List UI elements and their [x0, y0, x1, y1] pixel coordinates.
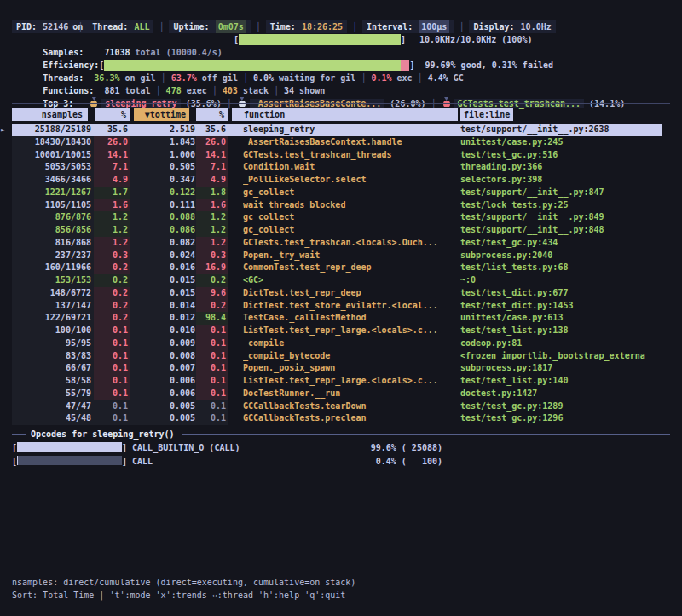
cell-pct-cumulative: 98.4 [196, 312, 228, 325]
table-row[interactable]: 148/67720.20.0159.6DictTest.test_repr_de… [12, 287, 662, 300]
cell-pct-cumulative: 0.2 [196, 274, 228, 287]
table-row[interactable]: 95/950.10.0090.1_compilecodeop.py:81 [12, 337, 662, 350]
samples-bar-fill [239, 34, 401, 45]
separator: │ [238, 73, 253, 83]
function-stat-value: 478 [166, 86, 182, 95]
cell-tottime: 1.000 [130, 149, 196, 162]
table-row[interactable]: ►25188/2518935.62.51935.6sleeping_retryt… [12, 124, 662, 136]
cell-pct-direct: 0.2 [94, 262, 130, 274]
table-row[interactable]: 876/8761.20.0881.2gc_collecttest/support… [12, 211, 662, 224]
cell-nsamples: 1221/1267 [12, 187, 94, 199]
cell-spacer [228, 312, 243, 325]
cell-spacer [228, 199, 243, 212]
efficiency-label: Efficiency: [43, 60, 99, 70]
table-row[interactable]: 55/790.10.0060.1DocTestRunner.__rundocte… [12, 388, 662, 400]
table-row[interactable]: 856/8561.20.0861.2gc_collecttest/support… [12, 224, 662, 237]
table-row[interactable]: 66/670.10.0070.1Popen._posix_spawnsubpro… [12, 362, 662, 375]
cell-pct-cumulative: 0.1 [196, 375, 228, 388]
samples-line: Samples: 71038 total (10000.4/s) [] 10.0… [12, 33, 673, 46]
table-header-row: nsamples % ▼tottime % function file:line [12, 108, 662, 122]
table-row[interactable]: 3466/34664.90.3474.9_PollLikeSelector.se… [12, 174, 662, 187]
table-row[interactable]: 18430/1843026.01.84326.0_AssertRaisesBas… [12, 136, 662, 149]
table-row[interactable]: 5053/50537.10.5057.1Condition.waitthread… [12, 161, 662, 174]
thread-segment[interactable]: Thread:ALL [88, 20, 153, 33]
header-tottime-sorted[interactable]: ▼tottime [130, 108, 196, 122]
header-file-line[interactable]: file:line [460, 108, 662, 122]
table-row[interactable]: 45/480.10.0050.1GCCallbackTests.preclean… [12, 412, 662, 425]
opcode-bar-fill [17, 442, 122, 452]
header-pct-direct[interactable]: % [94, 108, 130, 122]
cell-pct-direct: 35.6 [94, 124, 130, 136]
cell-file-line: test/support/__init__.py:849 [460, 211, 662, 224]
separator: │ [347, 20, 362, 33]
separator: │ [156, 73, 171, 83]
cell-tottime: 1.843 [130, 136, 196, 149]
function-stat-text: exec [182, 86, 207, 95]
cell-nsamples: 55/79 [12, 388, 94, 400]
table-row[interactable]: 83/830.10.0080.1_compile_bytecode<frozen… [12, 350, 662, 363]
cell-function: sleeping_retry [243, 124, 460, 136]
cell-tottime: 0.008 [130, 350, 196, 363]
header-pct-cumulative[interactable]: % [196, 108, 228, 122]
separator: │ [454, 20, 469, 33]
cell-pct-direct: 0.2 [94, 312, 130, 325]
cell-pct-cumulative: 0.1 [196, 412, 228, 425]
opcode-bar [17, 442, 122, 452]
function-stat-text: total [119, 86, 150, 95]
cell-tottime: 0.012 [130, 312, 196, 325]
cell-pct-direct: 0.2 [94, 287, 130, 300]
time-label: Time: [270, 20, 296, 33]
separator: │ [72, 20, 88, 33]
table-row[interactable]: 1221/12671.70.1221.8gc_collecttest/suppo… [12, 187, 662, 199]
samples-rate: 10.0KHz/10.0KHz (100%) [419, 33, 532, 46]
cell-function: <GC> [243, 274, 460, 287]
header-function[interactable]: function [243, 108, 460, 122]
divider-dash [12, 434, 26, 435]
cell-tottime: 0.009 [130, 337, 196, 350]
cell-nsamples: 876/876 [12, 211, 94, 224]
uptime-label: Uptime: [173, 20, 209, 33]
cell-spacer [228, 187, 243, 199]
cell-file-line: <frozen importlib._bootstrap_externa [460, 350, 662, 363]
cell-pct-direct: 1.2 [94, 211, 130, 224]
opcode-percentage: 99.6% ( 25088) [364, 441, 442, 454]
cell-file-line: unittest/case.py:245 [460, 136, 662, 149]
separator: │ [151, 86, 166, 95]
table-row[interactable]: 58/580.10.0060.1ListTest.test_repr_large… [12, 375, 662, 388]
cell-function: gc_collect [243, 211, 460, 224]
selected-row-arrow-icon: ► [1, 124, 5, 136]
cell-tottime: 0.015 [130, 274, 196, 287]
table-row[interactable]: 816/8681.20.0821.2GCTests.test_trashcan.… [12, 237, 662, 250]
cell-function: Popen._posix_spawn [243, 362, 460, 375]
header-nsamples[interactable]: nsamples [12, 108, 94, 122]
cell-spacer [228, 174, 243, 187]
cell-tottime: 0.006 [130, 388, 196, 400]
table-row[interactable]: 160/119660.20.01616.9CommonTest.test_rep… [12, 262, 662, 274]
table-row[interactable]: 47/470.10.0050.1GCCallbackTests.tearDown… [12, 400, 662, 413]
cell-pct-cumulative: 0.2 [196, 300, 228, 313]
time-value: 18:26:25 [302, 20, 343, 33]
cell-pct-direct: 0.1 [94, 412, 130, 425]
opcode-name: CALL [127, 457, 153, 466]
cell-pct-direct: 0.3 [94, 250, 130, 262]
thread-stat-value: 0.0% [253, 73, 274, 83]
table-row[interactable]: 237/2370.30.0240.3Popen._try_waitsubproc… [12, 250, 662, 262]
table-row[interactable]: 122/697210.20.01298.4TestCase._callTestM… [12, 312, 662, 325]
cell-tottime: 0.005 [130, 400, 196, 413]
table-row[interactable]: 137/1470.20.0140.2DictTest.test_store_ev… [12, 300, 662, 313]
function-stat-text: stack [238, 86, 269, 95]
table-row[interactable]: 153/1530.20.0150.2<GC>~:0 [12, 274, 662, 287]
table-row[interactable]: 1105/11051.60.1111.6wait_threads_blocked… [12, 199, 662, 212]
cell-nsamples: 18430/18430 [12, 136, 94, 149]
cell-file-line: selectors.py:398 [460, 174, 662, 187]
cell-nsamples: 47/47 [12, 400, 94, 413]
samples-total: 71038 [104, 48, 130, 57]
thread-stat-text: GC [448, 73, 464, 83]
cell-pct-direct: 1.2 [94, 237, 130, 250]
table-row[interactable]: 10001/1001514.11.00014.1GCTests.test_tra… [12, 149, 662, 162]
table-row[interactable]: 100/1000.10.0100.1ListTest.test_repr_lar… [12, 325, 662, 337]
cell-tottime: 0.111 [130, 199, 196, 212]
separator: │ [413, 73, 428, 83]
cell-file-line: subprocess.py:1817 [460, 362, 662, 375]
cell-tottime: 0.347 [130, 174, 196, 187]
